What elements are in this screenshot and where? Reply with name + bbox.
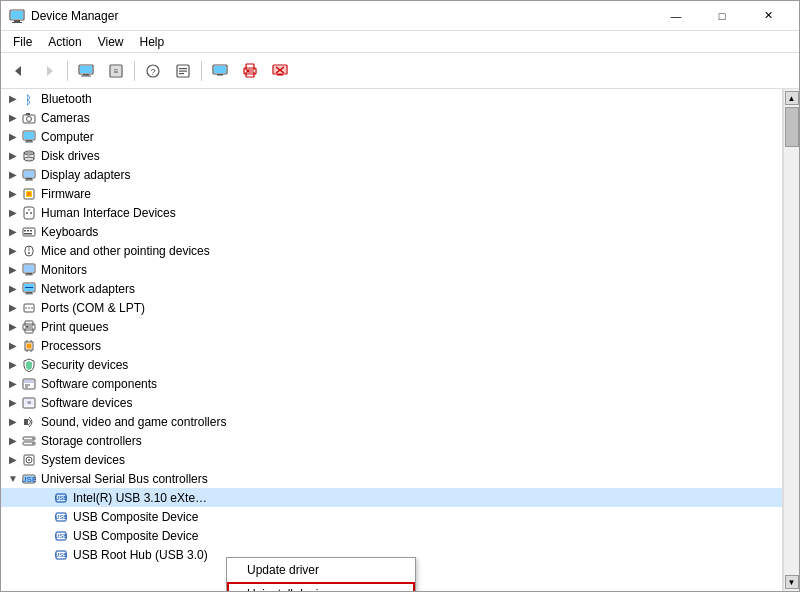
context-uninstall-device[interactable]: Uninstall device <box>227 582 415 591</box>
tree-item-disk[interactable]: ▶ Disk drives <box>1 146 782 165</box>
svg-rect-92 <box>24 419 28 425</box>
expand-mice[interactable]: ▶ <box>5 243 21 259</box>
scan-button[interactable] <box>236 57 264 85</box>
expand-disk[interactable]: ▶ <box>5 148 21 164</box>
svg-rect-36 <box>24 132 34 139</box>
tree-item-usb[interactable]: ▼ USB Universal Serial Bus controllers <box>1 469 782 488</box>
tree-item-security[interactable]: ▶ Security devices <box>1 355 782 374</box>
svg-rect-7 <box>80 66 92 73</box>
app-icon <box>9 8 25 24</box>
svg-marker-5 <box>47 66 53 76</box>
expand-print[interactable]: ▶ <box>5 319 21 335</box>
svg-rect-22 <box>246 64 254 70</box>
expand-ports[interactable]: ▶ <box>5 300 21 316</box>
toolbar-sep-3 <box>201 61 202 81</box>
tree-item-software-comp[interactable]: ▶ Software components <box>1 374 782 393</box>
tree-item-cameras[interactable]: ▶ Cameras <box>1 108 782 127</box>
tree-item-display[interactable]: ▶ Display adapters <box>1 165 782 184</box>
expand-keyboards[interactable]: ▶ <box>5 224 21 240</box>
show-resources-button[interactable]: ≡ <box>102 57 130 85</box>
main-content: ▶ ᛒ Bluetooth ▶ Cameras <box>1 89 799 591</box>
show-devices-button[interactable] <box>72 57 100 85</box>
help-button[interactable]: ? <box>139 57 167 85</box>
svg-rect-18 <box>179 73 184 74</box>
tree-item-mice[interactable]: ▶ Mice and other pointing devices <box>1 241 782 260</box>
scrollbar[interactable]: ▲ ▼ <box>783 89 799 591</box>
close-button[interactable]: ✕ <box>745 1 791 31</box>
show-all-button[interactable] <box>206 57 234 85</box>
tree-item-monitors[interactable]: ▶ Monitors <box>1 260 782 279</box>
menu-file[interactable]: File <box>5 33 40 51</box>
svg-rect-57 <box>24 233 32 235</box>
maximize-button[interactable]: □ <box>699 1 745 31</box>
svg-rect-44 <box>26 178 32 180</box>
tree-item-processors[interactable]: ▶ Processors <box>1 336 782 355</box>
firmware-icon <box>21 186 37 202</box>
svg-rect-63 <box>26 273 32 275</box>
menu-help[interactable]: Help <box>132 33 173 51</box>
context-update-driver[interactable]: Update driver <box>227 558 415 582</box>
software-comp-label: Software components <box>41 377 157 391</box>
forward-button[interactable] <box>35 57 63 85</box>
expand-display[interactable]: ▶ <box>5 167 21 183</box>
scroll-up-button[interactable]: ▲ <box>785 91 799 105</box>
expand-computer[interactable]: ▶ <box>5 129 21 145</box>
svg-rect-86 <box>24 380 34 383</box>
minimize-button[interactable]: — <box>653 1 699 31</box>
svg-rect-16 <box>179 68 187 69</box>
software-dev-label: Software devices <box>41 396 132 410</box>
scroll-thumb[interactable] <box>785 107 799 147</box>
expand-storage[interactable]: ▶ <box>5 433 21 449</box>
expand-software-dev[interactable]: ▶ <box>5 395 21 411</box>
svg-rect-21 <box>217 74 223 76</box>
security-label: Security devices <box>41 358 128 372</box>
security-icon <box>21 357 37 373</box>
menu-view[interactable]: View <box>90 33 132 51</box>
tree-item-hid[interactable]: ▶ Human Interface Devices <box>1 203 782 222</box>
tree-item-storage[interactable]: ▶ Storage controllers <box>1 431 782 450</box>
tree-item-firmware[interactable]: ▶ Firmware <box>1 184 782 203</box>
storage-icon <box>21 433 37 449</box>
ports-label: Ports (COM & LPT) <box>41 301 145 315</box>
menu-action[interactable]: Action <box>40 33 89 51</box>
network-label: Network adapters <box>41 282 135 296</box>
expand-cameras[interactable]: ▶ <box>5 110 21 126</box>
svg-text:USB: USB <box>22 475 36 484</box>
expand-firmware[interactable]: ▶ <box>5 186 21 202</box>
expand-usb[interactable]: ▼ <box>5 471 21 487</box>
tree-item-sound[interactable]: ▶ Sound, video and game controllers <box>1 412 782 431</box>
tree-item-ports[interactable]: ▶ Ports (COM & LPT) <box>1 298 782 317</box>
tree-item-usb-composite-1[interactable]: ▶ USB USB Composite Device <box>1 507 782 526</box>
expand-security[interactable]: ▶ <box>5 357 21 373</box>
tree-panel[interactable]: ▶ ᛒ Bluetooth ▶ Cameras <box>1 89 783 591</box>
expand-bluetooth[interactable]: ▶ <box>5 91 21 107</box>
expand-software-comp[interactable]: ▶ <box>5 376 21 392</box>
monitors-label: Monitors <box>41 263 87 277</box>
svg-rect-38 <box>25 141 33 142</box>
mice-label: Mice and other pointing devices <box>41 244 210 258</box>
tree-item-usb-composite-2[interactable]: ▶ USB USB Composite Device <box>1 526 782 545</box>
scroll-down-button[interactable]: ▼ <box>785 575 799 589</box>
tree-item-network[interactable]: ▶ Network adapters <box>1 279 782 298</box>
disk-icon <box>21 148 37 164</box>
expand-sound[interactable]: ▶ <box>5 414 21 430</box>
expand-system[interactable]: ▶ <box>5 452 21 468</box>
tree-item-computer[interactable]: ▶ Computer <box>1 127 782 146</box>
expand-hid[interactable]: ▶ <box>5 205 21 221</box>
hid-icon <box>21 205 37 221</box>
expand-network[interactable]: ▶ <box>5 281 21 297</box>
svg-point-60 <box>28 252 30 254</box>
tree-item-print[interactable]: ▶ Print queues <box>1 317 782 336</box>
tree-item-bluetooth[interactable]: ▶ ᛒ Bluetooth <box>1 89 782 108</box>
back-button[interactable] <box>5 57 33 85</box>
usb-composite-1-label: USB Composite Device <box>73 510 198 524</box>
expand-monitors[interactable]: ▶ <box>5 262 21 278</box>
expand-processors[interactable]: ▶ <box>5 338 21 354</box>
uninstall-button[interactable] <box>266 57 294 85</box>
tree-item-keyboards[interactable]: ▶ Keyboards <box>1 222 782 241</box>
tree-item-system[interactable]: ▶ System devices <box>1 450 782 469</box>
tree-item-intel-usb[interactable]: ▶ USB Intel(R) USB 3.10 eXtensib… <box>1 488 782 507</box>
svg-rect-17 <box>179 70 187 71</box>
tree-item-software-dev[interactable]: ▶ ≡ Software devices <box>1 393 782 412</box>
properties-button[interactable] <box>169 57 197 85</box>
